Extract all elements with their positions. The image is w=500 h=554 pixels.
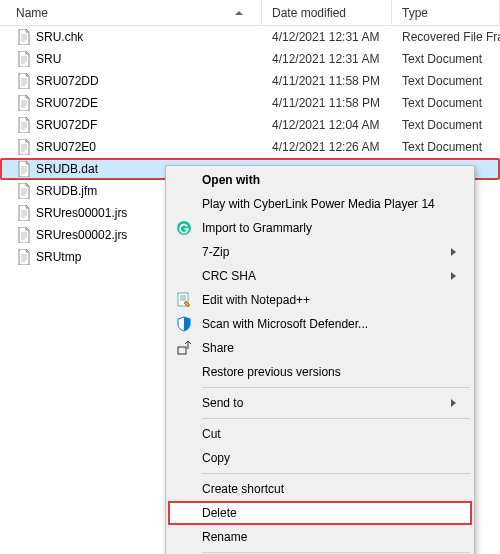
file-name: SRUtmp	[36, 250, 81, 264]
file-date: 4/12/2021 12:04 AM	[262, 118, 392, 132]
menu-label: Rename	[202, 530, 247, 544]
menu-share[interactable]: Share	[168, 336, 472, 360]
file-date: 4/12/2021 12:26 AM	[262, 140, 392, 154]
menu-separator	[202, 387, 470, 388]
menu-edit-notepad[interactable]: Edit with Notepad++	[168, 288, 472, 312]
file-icon	[16, 51, 32, 67]
menu-create-shortcut[interactable]: Create shortcut	[168, 477, 472, 501]
file-name: SRU	[36, 52, 61, 66]
chevron-right-icon	[451, 272, 456, 280]
file-icon	[16, 95, 32, 111]
menu-delete[interactable]: Delete	[168, 501, 472, 525]
defender-shield-icon	[176, 316, 192, 332]
file-name: SRUres00001.jrs	[36, 206, 127, 220]
menu-label: CRC SHA	[202, 269, 256, 283]
menu-label: 7-Zip	[202, 245, 229, 259]
file-icon	[16, 183, 32, 199]
menu-label: Delete	[202, 506, 237, 520]
file-type: Text Document	[392, 52, 500, 66]
menu-7zip[interactable]: 7-Zip	[168, 240, 472, 264]
svg-rect-2	[178, 347, 186, 354]
menu-open-with[interactable]: Open with	[168, 168, 472, 192]
column-header-date[interactable]: Date modified	[262, 0, 392, 25]
file-name: SRU072DE	[36, 96, 98, 110]
file-icon	[16, 73, 32, 89]
file-icon	[16, 29, 32, 45]
menu-label: Import to Grammarly	[202, 221, 312, 235]
file-row[interactable]: SRU072DE 4/11/2021 11:58 PM Text Documen…	[0, 92, 500, 114]
menu-label: Open with	[202, 173, 260, 187]
menu-separator	[202, 552, 470, 553]
menu-restore-versions[interactable]: Restore previous versions	[168, 360, 472, 384]
column-header-name[interactable]: Name	[16, 0, 262, 25]
menu-label: Restore previous versions	[202, 365, 341, 379]
column-header-row: Name Date modified Type	[0, 0, 500, 26]
menu-label: Share	[202, 341, 234, 355]
menu-label: Scan with Microsoft Defender...	[202, 317, 368, 331]
column-header-date-label: Date modified	[272, 6, 346, 20]
file-name: SRU072DF	[36, 118, 97, 132]
column-header-type[interactable]: Type	[392, 0, 500, 25]
file-type: Text Document	[392, 118, 500, 132]
column-header-name-label: Name	[16, 6, 48, 20]
file-name: SRU072E0	[36, 140, 96, 154]
chevron-right-icon	[451, 248, 456, 256]
menu-copy[interactable]: Copy	[168, 446, 472, 470]
menu-play-cyberlink[interactable]: Play with CyberLink Power Media Player 1…	[168, 192, 472, 216]
menu-separator	[202, 473, 470, 474]
menu-label: Copy	[202, 451, 230, 465]
chevron-right-icon	[451, 399, 456, 407]
file-icon	[16, 161, 32, 177]
file-icon	[16, 117, 32, 133]
notepad-icon	[176, 292, 192, 308]
file-name: SRUDB.jfm	[36, 184, 97, 198]
context-menu: Open with Play with CyberLink Power Medi…	[165, 165, 475, 554]
file-row[interactable]: SRU072DD 4/11/2021 11:58 PM Text Documen…	[0, 70, 500, 92]
file-row[interactable]: SRU 4/12/2021 12:31 AM Text Document	[0, 48, 500, 70]
file-name: SRU072DD	[36, 74, 99, 88]
menu-label: Cut	[202, 427, 221, 441]
file-date: 4/12/2021 12:31 AM	[262, 52, 392, 66]
file-name: SRUDB.dat	[36, 162, 98, 176]
file-name: SRU.chk	[36, 30, 83, 44]
file-row[interactable]: SRU.chk 4/12/2021 12:31 AM Recovered Fil…	[0, 26, 500, 48]
menu-separator	[202, 418, 470, 419]
file-date: 4/11/2021 11:58 PM	[262, 74, 392, 88]
file-type: Text Document	[392, 140, 500, 154]
file-type: Recovered File Fragments	[392, 30, 500, 44]
file-icon	[16, 249, 32, 265]
menu-scan-defender[interactable]: Scan with Microsoft Defender...	[168, 312, 472, 336]
menu-cut[interactable]: Cut	[168, 422, 472, 446]
file-date: 4/11/2021 11:58 PM	[262, 96, 392, 110]
sort-ascending-icon	[235, 11, 243, 15]
file-date: 4/12/2021 12:31 AM	[262, 30, 392, 44]
file-name: SRUres00002.jrs	[36, 228, 127, 242]
menu-label: Send to	[202, 396, 243, 410]
file-icon	[16, 205, 32, 221]
file-row[interactable]: SRU072E0 4/12/2021 12:26 AM Text Documen…	[0, 136, 500, 158]
menu-label: Create shortcut	[202, 482, 284, 496]
share-icon	[176, 340, 192, 356]
menu-crc-sha[interactable]: CRC SHA	[168, 264, 472, 288]
column-header-type-label: Type	[402, 6, 428, 20]
file-type: Text Document	[392, 74, 500, 88]
menu-import-grammarly[interactable]: Import to Grammarly	[168, 216, 472, 240]
menu-label: Edit with Notepad++	[202, 293, 310, 307]
file-icon	[16, 139, 32, 155]
menu-rename[interactable]: Rename	[168, 525, 472, 549]
file-row[interactable]: SRU072DF 4/12/2021 12:04 AM Text Documen…	[0, 114, 500, 136]
menu-label: Play with CyberLink Power Media Player 1…	[202, 197, 435, 211]
file-icon	[16, 227, 32, 243]
file-type: Text Document	[392, 96, 500, 110]
menu-send-to[interactable]: Send to	[168, 391, 472, 415]
grammarly-icon	[176, 220, 192, 236]
